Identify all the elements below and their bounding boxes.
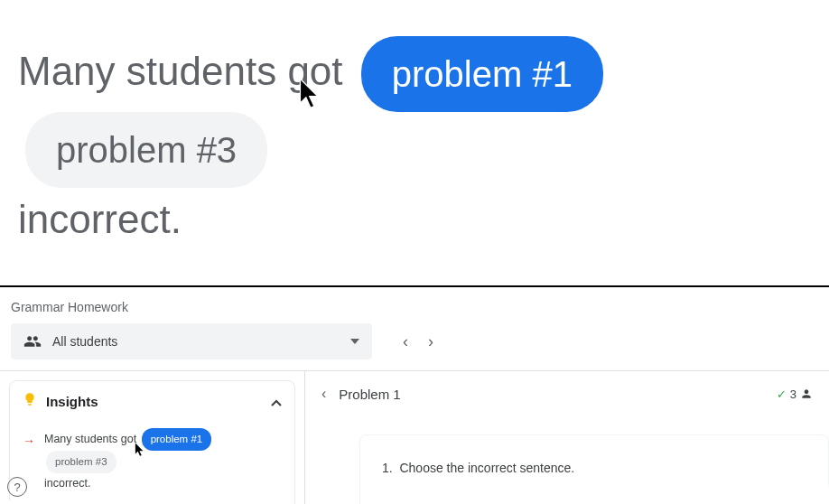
chevron-up-icon [271, 394, 282, 409]
insight-row-problems: → Many students got problem #1 problem #… [10, 421, 294, 502]
insight-pill-problem1[interactable]: problem #1 [142, 428, 212, 451]
prev-student-button[interactable]: ‹ [403, 332, 408, 351]
insight1-suffix: incorrect. [44, 477, 90, 490]
check-icon: ✓ [777, 387, 787, 401]
hero-pill-problem3[interactable]: problem #3 [25, 112, 267, 188]
person-icon [800, 387, 813, 400]
right-panel: ‹ Problem 1 ✓ 3 1. Choose the incorrect … [305, 371, 829, 504]
main-content: Insights → Many students got problem #1 … [0, 370, 829, 504]
correct-count: 3 [790, 387, 796, 401]
option-1[interactable]: I finished the test in less time than I … [382, 495, 806, 504]
hero-text-prefix: Many students got [18, 49, 343, 93]
left-panel: Insights → Many students got problem #1 … [0, 371, 305, 504]
caret-down-icon [350, 339, 359, 344]
insights-header[interactable]: Insights [10, 381, 294, 421]
help-button[interactable]: ? [7, 477, 27, 497]
problem-stats: ✓ 3 [777, 387, 813, 401]
lightbulb-icon [23, 392, 37, 410]
students-dropdown-label: All students [52, 334, 117, 349]
filter-bar: All students ‹ › [0, 323, 829, 370]
student-nav: ‹ › [394, 332, 433, 351]
students-dropdown[interactable]: All students [11, 323, 372, 359]
back-button[interactable]: ‹ [321, 386, 326, 402]
hero-text-suffix: incorrect. [18, 197, 182, 241]
hero-pill-problem1[interactable]: problem #1 [361, 36, 603, 112]
insights-card: Insights → Many students got problem #1 … [9, 380, 295, 504]
question-card: 1. Choose the incorrect sentence. I fini… [359, 434, 829, 504]
insights-title: Insights [46, 394, 98, 409]
question-text: 1. Choose the incorrect sentence. [382, 461, 806, 475]
insight1-prefix: Many students got [44, 433, 136, 445]
problem-header: ‹ Problem 1 ✓ 3 [305, 371, 829, 416]
next-student-button[interactable]: › [428, 332, 433, 351]
insight-pill-problem3[interactable]: problem #3 [46, 451, 116, 473]
problem-title: Problem 1 [339, 387, 400, 402]
breadcrumb[interactable]: Grammar Homework [0, 287, 829, 323]
people-icon [23, 332, 42, 350]
hero-banner: Many students got problem #1 problem #3 … [0, 0, 829, 269]
